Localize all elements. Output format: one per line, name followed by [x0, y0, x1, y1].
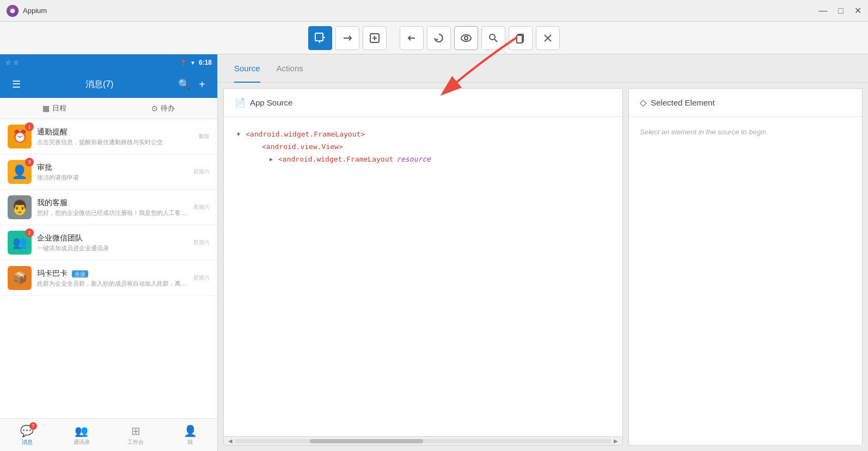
badge-commute: 1: [25, 122, 34, 131]
tree-item-0[interactable]: ▼ <android.widget.FrameLayout>: [235, 128, 612, 140]
app-source-panel: 📄 App Source ▼ <android.widget.FrameLayo…: [223, 88, 623, 446]
app-source-title: App Source: [250, 98, 292, 107]
chat-tag-enterprise: 企业: [72, 270, 88, 277]
refresh-button[interactable]: [427, 26, 451, 50]
chat-preview-product: 此群为企业全员群，新入职的成员将自动加入此群，离职后将...: [37, 280, 188, 288]
chat-time-commute: 删除: [199, 133, 210, 140]
scrollbar-thumb: [310, 439, 423, 443]
selected-element-header-icon: ◇: [640, 97, 646, 108]
todo-icon: ⊙: [151, 104, 158, 113]
selected-element-header: ◇ Selected Element: [629, 89, 862, 117]
tab-actions[interactable]: Actions: [277, 55, 303, 83]
chat-name-approval: 审批: [37, 163, 188, 172]
title-bar: Appium — □ ✕: [0, 0, 868, 22]
schedule-icon: ▦: [42, 104, 50, 113]
location-icon: 📍: [180, 60, 187, 66]
chat-preview-team: 一键添加成员进企业通讯录: [37, 244, 188, 252]
approval-icon: 👤: [11, 164, 28, 180]
messages-nav-label: 消息: [22, 438, 33, 446]
chat-list: ⏰ 1 通勤提醒 点击完善信息，提醒你最佳通勤路线与实时公交 删除 👤 3 审批…: [0, 119, 217, 296]
chat-item-service[interactable]: 👨 我的客服 您好，您的企业微信已经成功注册啦！我是您的人工客服，任... 星期…: [0, 190, 217, 225]
toolbar: [0, 22, 868, 54]
select-element-button[interactable]: [308, 26, 332, 50]
header-add-icon[interactable]: +: [199, 78, 205, 91]
team-icon: 👥: [13, 236, 27, 250]
chat-info-product: 玛卡巴卡 企业 此群为企业全员群，新入职的成员将自动加入此群，离职后将...: [37, 269, 188, 288]
source-scrollbar: ◀ ▶: [224, 436, 622, 445]
nav-messages[interactable]: 💬 消息 7: [0, 419, 54, 451]
profile-nav-label: 我: [187, 438, 193, 446]
source-content-area: 📄 App Source ▼ <android.widget.FrameLayo…: [218, 83, 868, 451]
menu-icon[interactable]: ☰: [12, 78, 21, 90]
chat-item-product[interactable]: 📦 玛卡巴卡 企业 此群为企业全员群，新入职的成员将自动加入此群，离职后将...…: [0, 261, 217, 296]
chat-item-team[interactable]: 👥 2 企业微信团队 一键添加成员进企业通讯录 星期六: [0, 225, 217, 261]
tab-todo-label: 待办: [161, 103, 175, 113]
avatar-service: 👨: [8, 195, 32, 219]
chat-preview-commute: 点击完善信息，提醒你最佳通勤路线与实时公交: [37, 138, 193, 146]
close-window-button[interactable]: ✕: [854, 7, 861, 15]
status-left-icons: ☆ ☆: [5, 59, 19, 66]
chat-time-product: 星期六: [193, 274, 210, 282]
nav-contacts[interactable]: 👥 通讯录: [54, 419, 109, 451]
app-source-header: 📄 App Source: [224, 89, 622, 117]
chat-time-approval: 星期六: [193, 168, 210, 176]
avatar-commute: ⏰ 1: [8, 125, 32, 149]
workspace-nav-icon: ⊞: [131, 424, 140, 437]
svg-rect-0: [315, 33, 323, 41]
tab-todo[interactable]: ⊙ 待办: [109, 98, 218, 119]
nav-workspace[interactable]: ⊞ 工作台: [109, 419, 163, 451]
header-search-icon[interactable]: 🔍: [178, 78, 190, 90]
maximize-button[interactable]: □: [838, 7, 843, 15]
scroll-right-arrow[interactable]: ▶: [612, 438, 620, 444]
chat-item-commute[interactable]: ⏰ 1 通勤提醒 点击完善信息，提醒你最佳通勤路线与实时公交 删除: [0, 119, 217, 155]
app-source-header-icon: 📄: [235, 97, 246, 108]
scrollbar-track[interactable]: [235, 439, 612, 443]
svg-rect-13: [517, 35, 522, 43]
copy-xml-button[interactable]: [509, 26, 533, 50]
minimize-button[interactable]: —: [818, 7, 827, 15]
tree-tag-0: <android.widget.FrameLayout>: [246, 130, 365, 138]
avatar-approval: 👤 3: [8, 160, 32, 184]
tree-tag-1: <android.view.View>: [262, 143, 343, 151]
svg-point-8: [461, 35, 471, 41]
chat-preview-approval: 张洁的请假申请: [37, 174, 188, 182]
search-button[interactable]: [481, 26, 505, 50]
header-title: 消息(7): [25, 79, 174, 90]
tree-tag-2: <android.widget.FrameLayout: [278, 155, 393, 163]
nav-profile[interactable]: 👤 我: [163, 419, 217, 451]
back-button[interactable]: [400, 26, 424, 50]
app-title: Appium: [23, 7, 47, 15]
close-session-button[interactable]: [536, 26, 560, 50]
svg-point-9: [464, 36, 468, 40]
phone-bottom-nav: 💬 消息 7 👥 通讯录 ⊞ 工作台 👤 我: [0, 418, 217, 451]
chat-preview-service: 您好，您的企业微信已经成功注册啦！我是您的人工客服，任...: [37, 209, 188, 217]
tab-source[interactable]: Source: [234, 55, 260, 83]
chat-name-team: 企业微信团队: [37, 233, 188, 243]
commute-icon: ⏰: [13, 129, 27, 144]
tree-item-1[interactable]: <android.view.View>: [251, 140, 612, 153]
product-icon: 📦: [13, 271, 27, 285]
tap-button[interactable]: [363, 26, 387, 50]
tab-schedule-label: 日程: [52, 103, 66, 113]
chat-time-team: 星期六: [193, 239, 210, 246]
scroll-left-arrow[interactable]: ◀: [226, 438, 235, 444]
chat-info-team: 企业微信团队 一键添加成员进企业通讯录: [37, 233, 188, 252]
swipe-button[interactable]: [335, 26, 359, 50]
contacts-nav-label: 通讯录: [74, 438, 90, 446]
tab-schedule[interactable]: ▦ 日程: [0, 98, 109, 119]
phone-tabs: ▦ 日程 ⊙ 待办: [0, 98, 217, 119]
tree-attr-2: resource: [396, 155, 431, 163]
wifi-icon: ▼: [190, 60, 195, 66]
contacts-nav-icon: 👥: [75, 424, 88, 437]
service-icon: 👨: [11, 199, 28, 216]
chat-info-service: 我的客服 您好，您的企业微信已经成功注册啦！我是您的人工客服，任...: [37, 198, 188, 217]
chat-item-approval[interactable]: 👤 3 审批 张洁的请假申请 星期六: [0, 155, 217, 190]
tree-item-2[interactable]: ▶ <android.widget.FrameLayout resource: [267, 153, 612, 165]
avatar-team: 👥 2: [8, 231, 32, 255]
source-tree: ▼ <android.widget.FrameLayout> <android.…: [224, 117, 622, 436]
chat-name-service: 我的客服: [37, 198, 188, 208]
source-tabs-bar: Source Actions: [218, 54, 868, 83]
messages-badge: 7: [29, 422, 37, 430]
tree-toggle-2: ▶: [267, 156, 275, 162]
eye-button[interactable]: [454, 26, 478, 50]
